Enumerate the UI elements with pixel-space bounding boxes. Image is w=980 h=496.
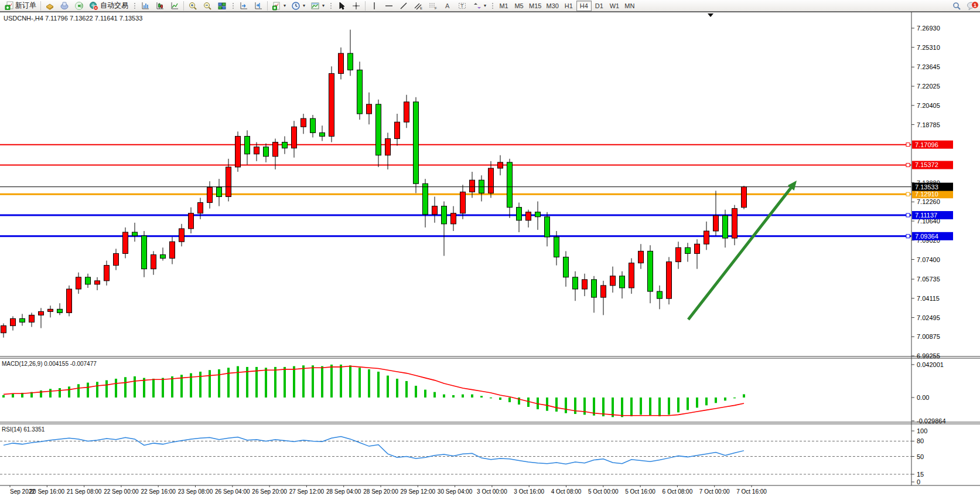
tile-windows-button[interactable]: [215, 1, 229, 11]
svg-text:E: E: [420, 6, 422, 10]
candlestick: [273, 142, 278, 157]
candlestick: [11, 319, 16, 326]
zoom-in-button[interactable]: [186, 1, 200, 11]
chart-window[interactable]: 7.269307.253107.236457.220257.204057.187…: [0, 12, 980, 496]
line-endpoint-handle[interactable]: [906, 143, 910, 147]
vertical-line-button[interactable]: [367, 1, 381, 11]
timeframe-button-h1[interactable]: H1: [561, 1, 576, 11]
timeframe-button-mn[interactable]: MN: [622, 1, 637, 11]
templates-icon: [310, 1, 320, 11]
date-axis-label: 22 Sep 00:00: [104, 488, 139, 495]
timeframe-button-h4[interactable]: H4: [576, 1, 592, 11]
price-line-badge-label: 7.09364: [915, 233, 938, 240]
timeframe-button-w1[interactable]: W1: [607, 1, 622, 11]
zoom-out-button[interactable]: [200, 1, 214, 11]
horizontal-line-button[interactable]: [382, 1, 396, 11]
dropdown-caret-icon: ▾: [484, 3, 486, 8]
macd-axis-label: 0.00: [917, 394, 929, 401]
new-order-label: 新订单: [15, 1, 36, 11]
indicators-button[interactable]: ▾: [269, 1, 288, 11]
price-axis-label: 7.22025: [917, 83, 940, 90]
chart-shift-button[interactable]: [251, 1, 265, 11]
candlestick: [357, 70, 363, 114]
timeframe-button-m30[interactable]: M30: [544, 1, 561, 11]
crosshair-button[interactable]: [349, 1, 363, 11]
line-endpoint-handle[interactable]: [906, 213, 910, 217]
candlestick: [142, 236, 147, 269]
new-order-icon: [4, 1, 13, 11]
price-line-badge-label: 7.15372: [915, 161, 938, 168]
line-chart-button[interactable]: [168, 1, 182, 11]
toolbar-separator: [267, 1, 268, 11]
cursor-button[interactable]: [334, 1, 349, 11]
toolbar-grip: [491, 2, 494, 10]
candlestick: [460, 192, 466, 213]
navigator-button[interactable]: [57, 1, 71, 11]
shapes-button[interactable]: ▾: [470, 1, 489, 11]
chart-canvas[interactable]: 7.269307.253107.236457.220257.204057.187…: [0, 12, 980, 496]
zoom-out-icon: [203, 1, 212, 11]
candlestick: [217, 187, 222, 196]
line-endpoint-handle[interactable]: [906, 235, 910, 238]
notifications-button[interactable]: 1: [964, 1, 978, 11]
candlestick: [95, 281, 100, 284]
candlestick: [414, 102, 419, 184]
new-order-button[interactable]: 新订单: [2, 1, 39, 11]
navigator-icon: [60, 1, 69, 11]
candlestick: [132, 232, 138, 236]
text-button[interactable]: A: [441, 1, 455, 11]
label-button[interactable]: T: [455, 1, 469, 11]
date-axis-label: 4 Oct 08:00: [551, 488, 582, 495]
candlestick: [207, 187, 213, 202]
timeframe-button-m1[interactable]: M1: [496, 1, 511, 11]
candlestick: [123, 232, 128, 253]
macd-label: MACD(12,26,9) 0.004155 -0.007477: [2, 361, 97, 367]
rsi-axis-label: 50: [917, 453, 924, 460]
bar-chart-icon: [141, 1, 150, 11]
timeframe-button-d1[interactable]: D1: [592, 1, 607, 11]
candlestick: [582, 280, 588, 289]
candlestick: [498, 162, 503, 168]
search-button[interactable]: [950, 1, 964, 11]
line-endpoint-handle[interactable]: [906, 163, 910, 167]
candlestick: [404, 102, 409, 122]
candlestick: [86, 277, 91, 284]
date-axis-label: 3 Oct 16:00: [514, 488, 544, 495]
macd-axis-label: 0.042001: [917, 361, 944, 368]
signals-button[interactable]: [72, 1, 86, 11]
candlestick: [470, 180, 475, 192]
candlestick-chart-button[interactable]: [153, 1, 167, 11]
timeframe-button-m5[interactable]: M5: [511, 1, 527, 11]
candlestick: [320, 133, 325, 136]
candlestick: [667, 262, 672, 299]
rsi-axis-label: 0: [917, 478, 920, 485]
candlestick: [713, 216, 719, 231]
market-watch-button[interactable]: [43, 1, 57, 11]
date-axis-label: 7 Oct 16:00: [736, 488, 767, 495]
vertical-line-icon: [370, 1, 379, 11]
candlestick: [517, 208, 522, 220]
trendline-button[interactable]: [397, 1, 411, 11]
candlestick: [1, 326, 6, 333]
rsi-axis-label: 100: [917, 427, 927, 434]
line-endpoint-handle[interactable]: [906, 192, 910, 196]
toolbar-grip: [231, 2, 234, 10]
candlestick: [564, 257, 569, 277]
channel-button[interactable]: E: [411, 1, 425, 11]
main-toolbar: 新订单 自动交易: [0, 0, 980, 12]
candlestick: [170, 242, 175, 258]
rsi-label: RSI(14) 61.3351: [2, 426, 45, 433]
candlestick: [245, 136, 250, 154]
price-axis-label: 6.99255: [917, 352, 940, 359]
templates-button[interactable]: ▾: [308, 1, 327, 11]
candlestick: [573, 277, 578, 289]
fibonacci-button[interactable]: F: [426, 1, 440, 11]
candlestick: [198, 203, 203, 213]
periods-button[interactable]: ▾: [289, 1, 308, 11]
auto-scroll-button[interactable]: [237, 1, 251, 11]
bar-chart-button[interactable]: [138, 1, 152, 11]
candlestick: [376, 104, 381, 155]
timeframe-button-m15[interactable]: M15: [527, 1, 544, 11]
price-axis-label: 7.00875: [917, 333, 940, 340]
auto-trading-button[interactable]: 自动交易: [87, 1, 131, 11]
